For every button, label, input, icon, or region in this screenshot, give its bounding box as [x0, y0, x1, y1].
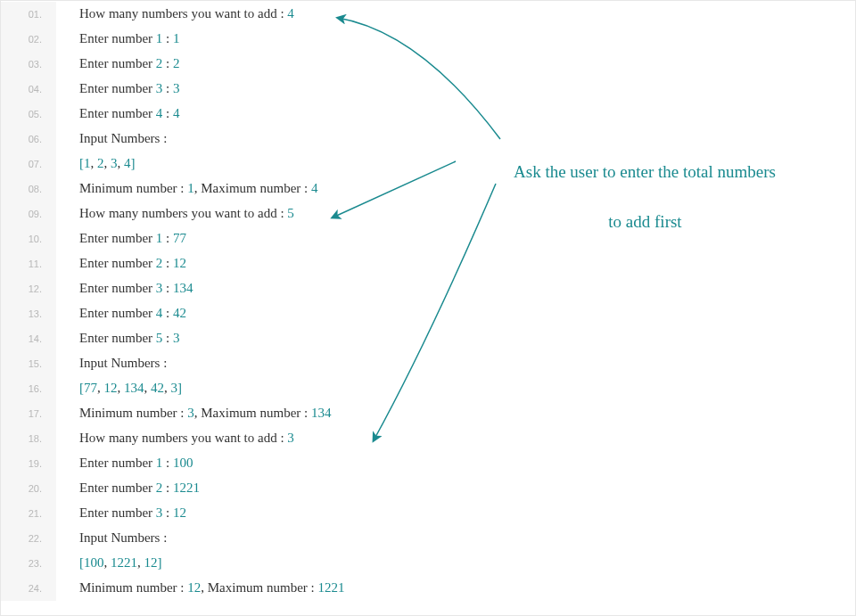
code-line: 04.Enter number 3 : 3	[1, 76, 855, 101]
text-token: :	[162, 306, 173, 320]
text-token: :	[162, 231, 173, 245]
number-token: 1221	[318, 580, 345, 595]
text-token: ,	[118, 156, 125, 170]
text-token: How many numbers you want to add :	[79, 431, 287, 445]
number-token: 2	[173, 56, 180, 70]
text-token: :	[162, 505, 173, 520]
code-line: 01.How many numbers you want to add : 4	[1, 1, 855, 26]
code-text: How many numbers you want to add : 3	[56, 425, 294, 450]
text-token: Minimum number :	[79, 181, 187, 195]
number-token: ]	[158, 555, 162, 570]
text-token: ,	[164, 381, 171, 395]
code-line: 14.Enter number 5 : 3	[1, 325, 855, 350]
text-token: ,	[91, 156, 98, 170]
line-number: 12.	[1, 276, 56, 301]
line-number: 18.	[1, 426, 56, 451]
text-token: ,	[97, 381, 104, 395]
code-text: Enter number 1 : 77	[56, 226, 186, 251]
line-number: 21.	[1, 501, 56, 526]
number-token: 12	[173, 505, 186, 520]
code-text: Minimum number : 3, Maximum number : 134	[56, 400, 332, 425]
code-line: 16.[77, 12, 134, 42, 3]	[1, 375, 855, 400]
number-token: 12	[173, 256, 186, 270]
line-number: 06.	[1, 127, 56, 152]
number-token: 1221	[173, 480, 200, 495]
text-token: , Maximum number :	[194, 406, 311, 420]
number-token: 42	[173, 306, 186, 320]
text-token: :	[162, 81, 173, 95]
line-number: 20.	[1, 476, 56, 501]
code-line: 13.Enter number 4 : 42	[1, 300, 855, 325]
number-token: 5	[287, 206, 294, 220]
text-token: Enter number	[79, 31, 156, 45]
code-text: Enter number 5 : 3	[56, 325, 179, 350]
line-number: 17.	[1, 401, 56, 426]
number-token: 4	[287, 6, 294, 21]
code-line: 24.Minimum number : 12, Maximum number :…	[1, 575, 855, 600]
code-text: Input Numbers :	[56, 525, 170, 550]
text-token: ,	[137, 555, 144, 570]
text-token: Enter number	[79, 331, 156, 345]
code-text: Minimum number : 1, Maximum number : 4	[56, 176, 318, 201]
text-token: Minimum number :	[79, 406, 187, 420]
text-token: Input Numbers :	[79, 131, 170, 145]
line-number: 15.	[1, 351, 56, 376]
text-token: Enter number	[79, 106, 156, 120]
code-line: 19.Enter number 1 : 100	[1, 450, 855, 475]
line-number: 11.	[1, 251, 56, 276]
line-number: 13.	[1, 301, 56, 326]
number-token: 3	[111, 156, 118, 170]
line-number: 02.	[1, 27, 56, 52]
code-text: Input Numbers :	[56, 350, 170, 375]
text-token: Enter number	[79, 505, 156, 520]
code-line: 17.Minimum number : 3, Maximum number : …	[1, 400, 855, 425]
code-text: Enter number 3 : 134	[56, 275, 193, 300]
text-token: Input Numbers :	[79, 530, 170, 545]
code-line: 11.Enter number 2 : 12	[1, 251, 855, 275]
number-token: ]	[177, 381, 182, 395]
code-line: 10.Enter number 1 : 77	[1, 226, 855, 251]
text-token: How many numbers you want to add :	[79, 206, 287, 220]
number-token: 100	[173, 456, 193, 470]
text-token: Minimum number :	[79, 580, 187, 595]
line-number: 05.	[1, 102, 56, 127]
line-number: 22.	[1, 526, 56, 551]
number-token: 1221	[111, 555, 137, 570]
line-number: 16.	[1, 376, 56, 401]
number-token: 3	[187, 406, 194, 420]
code-text: Enter number 2 : 1221	[56, 475, 200, 500]
code-line: 15.Input Numbers :	[1, 350, 855, 375]
text-token: Enter number	[79, 480, 156, 495]
code-line: 06.Input Numbers :	[1, 126, 855, 151]
line-number: 03.	[1, 52, 56, 77]
code-text: Enter number 1 : 100	[56, 450, 193, 475]
text-token: ,	[144, 381, 152, 395]
text-token: :	[162, 106, 173, 120]
code-text: Enter number 1 : 1	[56, 26, 179, 51]
code-line: 09.How many numbers you want to add : 5	[1, 201, 855, 226]
code-line: 20.Enter number 2 : 1221	[1, 475, 855, 500]
number-token: ]	[131, 156, 136, 170]
code-line: 08.Minimum number : 1, Maximum number : …	[1, 176, 855, 201]
code-line: 02.Enter number 1 : 1	[1, 26, 855, 51]
text-token: Enter number	[79, 456, 156, 470]
number-token: 12	[187, 580, 201, 595]
code-annotated-figure: 01.How many numbers you want to add : 40…	[0, 0, 856, 616]
text-token: :	[162, 31, 173, 45]
code-text: Input Numbers :	[56, 126, 170, 151]
code-line: 21.Enter number 3 : 12	[1, 500, 855, 525]
code-text: Enter number 4 : 4	[56, 101, 179, 126]
number-token: 3	[287, 431, 294, 445]
code-line: 18.How many numbers you want to add : 3	[1, 425, 855, 450]
line-number: 08.	[1, 177, 56, 201]
number-token: 3	[171, 381, 178, 395]
code-text: Enter number 2 : 12	[56, 251, 186, 275]
text-token: ,	[104, 555, 111, 570]
number-token: 1	[187, 181, 194, 195]
number-token: 3	[173, 81, 180, 95]
code-line: 07.[1, 2, 3, 4]	[1, 151, 855, 176]
text-token: Enter number	[79, 281, 156, 295]
code-text: Enter number 2 : 2	[56, 51, 179, 76]
text-token: :	[162, 456, 173, 470]
code-line: 05.Enter number 4 : 4	[1, 101, 855, 126]
